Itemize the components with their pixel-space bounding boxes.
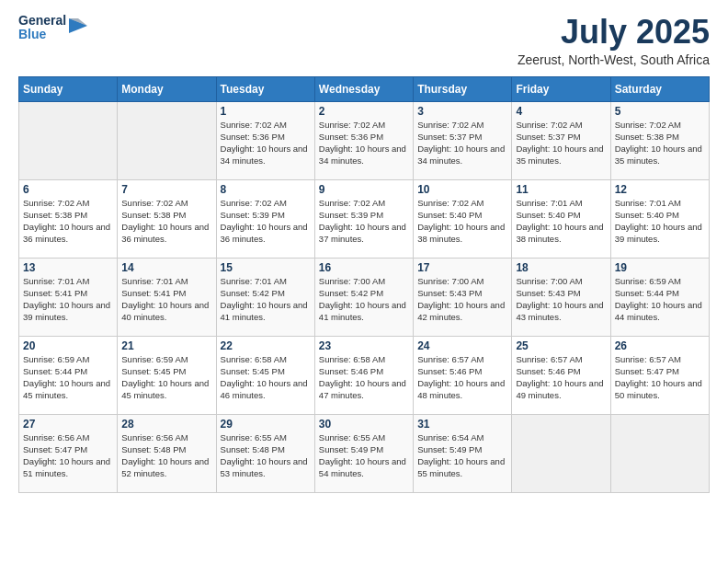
day-info: Sunrise: 6:55 AM Sunset: 5:48 PM Dayligh… <box>221 431 311 480</box>
day-cell: 19Sunrise: 6:59 AM Sunset: 5:44 PM Dayli… <box>610 258 709 336</box>
day-cell: 28Sunrise: 6:56 AM Sunset: 5:48 PM Dayli… <box>118 414 216 492</box>
day-info: Sunrise: 7:02 AM Sunset: 5:37 PM Dayligh… <box>417 119 507 167</box>
day-cell: 5Sunrise: 7:02 AM Sunset: 5:38 PM Daylig… <box>610 101 709 179</box>
day-info: Sunrise: 7:00 AM Sunset: 5:42 PM Dayligh… <box>319 275 409 324</box>
day-cell: 7Sunrise: 7:02 AM Sunset: 5:38 PM Daylig… <box>118 179 216 258</box>
day-cell: 21Sunrise: 6:59 AM Sunset: 5:45 PM Dayli… <box>118 336 216 414</box>
day-number: 8 <box>221 183 311 196</box>
header-wednesday: Wednesday <box>314 76 413 101</box>
day-info: Sunrise: 6:54 AM Sunset: 5:49 PM Dayligh… <box>417 431 507 480</box>
day-info: Sunrise: 6:58 AM Sunset: 5:46 PM Dayligh… <box>319 353 409 402</box>
day-number: 28 <box>121 418 211 431</box>
day-cell: 4Sunrise: 7:02 AM Sunset: 5:37 PM Daylig… <box>512 101 610 179</box>
day-cell: 22Sunrise: 6:58 AM Sunset: 5:45 PM Dayli… <box>216 336 314 414</box>
day-number: 24 <box>417 339 507 352</box>
day-info: Sunrise: 7:01 AM Sunset: 5:41 PM Dayligh… <box>23 275 113 324</box>
day-number: 21 <box>121 339 211 352</box>
day-cell: 8Sunrise: 7:02 AM Sunset: 5:39 PM Daylig… <box>216 179 314 258</box>
day-number: 18 <box>516 261 606 274</box>
day-cell: 11Sunrise: 7:01 AM Sunset: 5:40 PM Dayli… <box>512 179 610 258</box>
day-info: Sunrise: 6:57 AM Sunset: 5:46 PM Dayligh… <box>516 353 606 402</box>
day-number: 9 <box>319 183 409 196</box>
day-cell <box>118 101 216 179</box>
day-cell: 26Sunrise: 6:57 AM Sunset: 5:47 PM Dayli… <box>610 336 709 414</box>
day-cell: 15Sunrise: 7:01 AM Sunset: 5:42 PM Dayli… <box>216 258 314 336</box>
day-number: 22 <box>221 339 311 352</box>
day-cell: 17Sunrise: 7:00 AM Sunset: 5:43 PM Dayli… <box>414 258 512 336</box>
logo-general: General <box>18 14 66 28</box>
day-number: 4 <box>516 105 606 118</box>
day-cell: 1Sunrise: 7:02 AM Sunset: 5:36 PM Daylig… <box>216 101 314 179</box>
header: General Blue General Blue General Blue J… <box>18 14 710 67</box>
day-cell: 30Sunrise: 6:55 AM Sunset: 5:49 PM Dayli… <box>314 414 413 492</box>
month-title: July 2025 <box>518 14 710 51</box>
day-info: Sunrise: 6:56 AM Sunset: 5:48 PM Dayligh… <box>121 431 211 480</box>
location: Zeerust, North-West, South Africa <box>518 52 710 67</box>
day-cell: 29Sunrise: 6:55 AM Sunset: 5:48 PM Dayli… <box>216 414 314 492</box>
week-row-3: 13Sunrise: 7:01 AM Sunset: 5:41 PM Dayli… <box>19 258 710 336</box>
day-number: 13 <box>23 261 113 274</box>
day-cell <box>610 414 709 492</box>
day-number: 26 <box>615 339 705 352</box>
day-cell: 2Sunrise: 7:02 AM Sunset: 5:36 PM Daylig… <box>314 101 413 179</box>
day-cell <box>19 101 118 179</box>
day-info: Sunrise: 7:02 AM Sunset: 5:38 PM Dayligh… <box>615 119 705 167</box>
day-number: 15 <box>221 261 311 274</box>
day-info: Sunrise: 7:00 AM Sunset: 5:43 PM Dayligh… <box>417 275 507 324</box>
day-cell: 13Sunrise: 7:01 AM Sunset: 5:41 PM Dayli… <box>19 258 118 336</box>
day-info: Sunrise: 7:01 AM Sunset: 5:42 PM Dayligh… <box>221 275 311 324</box>
logo-triangle-icon <box>69 15 87 37</box>
header-sunday: Sunday <box>19 76 118 101</box>
title-block: July 2025 Zeerust, North-West, South Afr… <box>518 14 710 67</box>
day-cell: 9Sunrise: 7:02 AM Sunset: 5:39 PM Daylig… <box>314 179 413 258</box>
logo-blue: Blue <box>18 28 66 41</box>
day-info: Sunrise: 7:02 AM Sunset: 5:40 PM Dayligh… <box>417 197 507 246</box>
logo-display: General Blue <box>18 14 87 42</box>
day-number: 30 <box>319 418 409 431</box>
day-number: 6 <box>23 183 113 196</box>
header-tuesday: Tuesday <box>216 76 314 101</box>
header-monday: Monday <box>118 76 216 101</box>
day-cell: 10Sunrise: 7:02 AM Sunset: 5:40 PM Dayli… <box>414 179 512 258</box>
day-number: 14 <box>121 261 211 274</box>
header-thursday: Thursday <box>414 76 512 101</box>
day-number: 27 <box>23 418 113 431</box>
day-info: Sunrise: 7:01 AM Sunset: 5:40 PM Dayligh… <box>615 197 705 246</box>
day-info: Sunrise: 7:01 AM Sunset: 5:41 PM Dayligh… <box>121 275 211 324</box>
page: General Blue General Blue General Blue J… <box>0 0 728 563</box>
day-number: 31 <box>417 418 507 431</box>
day-info: Sunrise: 6:59 AM Sunset: 5:44 PM Dayligh… <box>615 275 705 324</box>
day-number: 2 <box>319 105 409 118</box>
day-info: Sunrise: 7:02 AM Sunset: 5:36 PM Dayligh… <box>319 119 409 167</box>
day-cell <box>512 414 610 492</box>
day-cell: 24Sunrise: 6:57 AM Sunset: 5:46 PM Dayli… <box>414 336 512 414</box>
day-cell: 14Sunrise: 7:01 AM Sunset: 5:41 PM Dayli… <box>118 258 216 336</box>
day-cell: 23Sunrise: 6:58 AM Sunset: 5:46 PM Dayli… <box>314 336 413 414</box>
day-info: Sunrise: 6:59 AM Sunset: 5:44 PM Dayligh… <box>23 353 113 402</box>
day-info: Sunrise: 6:57 AM Sunset: 5:46 PM Dayligh… <box>417 353 507 402</box>
week-row-2: 6Sunrise: 7:02 AM Sunset: 5:38 PM Daylig… <box>19 179 710 258</box>
day-info: Sunrise: 6:56 AM Sunset: 5:47 PM Dayligh… <box>23 431 113 480</box>
day-number: 7 <box>121 183 211 196</box>
day-info: Sunrise: 7:02 AM Sunset: 5:38 PM Dayligh… <box>121 197 211 246</box>
header-saturday: Saturday <box>610 76 709 101</box>
weekday-header-row: Sunday Monday Tuesday Wednesday Thursday… <box>19 76 710 101</box>
day-number: 29 <box>221 418 311 431</box>
day-number: 10 <box>417 183 507 196</box>
day-info: Sunrise: 6:58 AM Sunset: 5:45 PM Dayligh… <box>221 353 311 402</box>
day-cell: 25Sunrise: 6:57 AM Sunset: 5:46 PM Dayli… <box>512 336 610 414</box>
day-info: Sunrise: 7:01 AM Sunset: 5:40 PM Dayligh… <box>516 197 606 246</box>
day-cell: 20Sunrise: 6:59 AM Sunset: 5:44 PM Dayli… <box>19 336 118 414</box>
day-number: 12 <box>615 183 705 196</box>
day-info: Sunrise: 6:59 AM Sunset: 5:45 PM Dayligh… <box>121 353 211 402</box>
day-info: Sunrise: 6:57 AM Sunset: 5:47 PM Dayligh… <box>615 353 705 402</box>
day-number: 3 <box>417 105 507 118</box>
day-number: 25 <box>516 339 606 352</box>
day-info: Sunrise: 7:00 AM Sunset: 5:43 PM Dayligh… <box>516 275 606 324</box>
day-cell: 3Sunrise: 7:02 AM Sunset: 5:37 PM Daylig… <box>414 101 512 179</box>
day-info: Sunrise: 7:02 AM Sunset: 5:37 PM Dayligh… <box>516 119 606 167</box>
week-row-1: 1Sunrise: 7:02 AM Sunset: 5:36 PM Daylig… <box>19 101 710 179</box>
calendar-table: Sunday Monday Tuesday Wednesday Thursday… <box>18 76 710 493</box>
day-cell: 18Sunrise: 7:00 AM Sunset: 5:43 PM Dayli… <box>512 258 610 336</box>
day-number: 11 <box>516 183 606 196</box>
